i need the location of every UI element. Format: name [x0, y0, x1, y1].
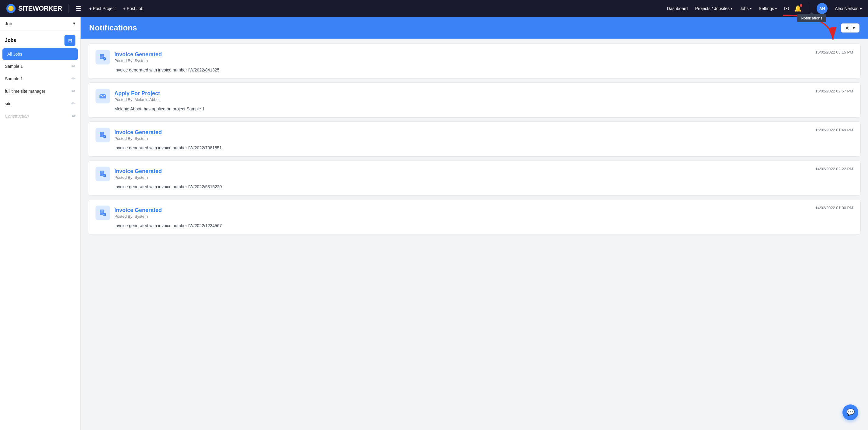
sidebar-item-label: site — [5, 101, 11, 106]
notif-card-left: ⏱ Invoice Generated Posted By: System — [95, 206, 162, 220]
invoice-icon: ⏱ — [99, 53, 107, 61]
notif-card-time: 15/02/2022 02:57 PM — [815, 89, 853, 93]
notif-card-header: ⏱ Invoice Generated Posted By: System 15… — [95, 50, 853, 64]
jobs-nav[interactable]: Jobs ▾ — [740, 6, 751, 11]
notif-card-body: Invoice generated with invoice number IW… — [114, 67, 853, 72]
sidebar-item-label: full time site manager — [5, 89, 45, 94]
notif-card-left: ⏱ Invoice Generated Posted By: System — [95, 50, 162, 64]
notification-card[interactable]: ⏱ Invoice Generated Posted By: System 14… — [88, 199, 861, 235]
header-icons: ✉ 🔔 — [784, 5, 802, 12]
filter-chevron: ▾ — [853, 26, 855, 30]
svg-text:⏱: ⏱ — [103, 175, 106, 178]
notif-icon-wrapper — [95, 89, 110, 103]
edit-icon[interactable]: ✏ — [71, 76, 75, 82]
notif-card-poster: Posted By: System — [114, 214, 162, 219]
invoice-icon: ⏱ — [99, 170, 107, 178]
sidebar-type-dropdown[interactable]: Job ▾ — [0, 17, 80, 30]
notif-card-poster: Posted By: System — [114, 58, 162, 63]
notif-card-body: Invoice generated with invoice number IW… — [114, 145, 853, 150]
svg-rect-25 — [100, 213, 102, 213]
notif-card-title: Invoice Generated — [114, 207, 162, 213]
user-chevron: ▾ — [860, 6, 862, 11]
notif-card-header: ⏱ Invoice Generated Posted By: System 14… — [95, 167, 853, 181]
sidebar-item-label: Construction — [5, 114, 29, 119]
notif-card-info: Apply For Project Posted By: Melanie Abb… — [114, 90, 161, 102]
notif-card-time: 14/02/2022 01:00 PM — [815, 206, 853, 210]
main-content: Notifications All ▾ ⏱ — [81, 17, 868, 430]
sidebar-item-all-jobs[interactable]: All Jobs — [2, 48, 78, 60]
notif-card-body: Melanie Abbott has applied on project Sa… — [114, 106, 853, 111]
chat-bubble-button[interactable]: 💬 — [842, 404, 858, 420]
user-avatar[interactable]: AN — [816, 3, 828, 14]
sidebar-section-header: Jobs ⊟ — [0, 30, 80, 48]
svg-rect-19 — [100, 174, 102, 174]
svg-rect-24 — [100, 212, 103, 212]
brand-name: SITEWORKER — [18, 5, 62, 12]
edit-icon[interactable]: ✏ — [71, 113, 75, 119]
notif-card-info: Invoice Generated Posted By: System — [114, 207, 162, 219]
brand-logo[interactable]: 🟡 SITEWORKER — [6, 4, 62, 13]
sidebar-item-site[interactable]: site ✏ — [0, 97, 80, 110]
svg-rect-11 — [100, 132, 103, 133]
svg-rect-4 — [100, 55, 103, 55]
edit-icon[interactable]: ✏ — [71, 101, 75, 106]
svg-rect-13 — [100, 135, 102, 135]
notif-card-poster: Posted By: System — [114, 136, 162, 141]
settings-nav[interactable]: Settings ▾ — [759, 6, 777, 11]
notif-card-title: Apply For Project — [114, 90, 161, 97]
page-title: Notifications — [89, 23, 137, 33]
post-job-button[interactable]: + Post Job — [123, 5, 144, 12]
notif-card-header: Apply For Project Posted By: Melanie Abb… — [95, 89, 853, 103]
top-navigation: 🟡 SITEWORKER ☰ + Post Project + Post Job… — [0, 0, 868, 17]
notification-card[interactable]: ⏱ Invoice Generated Posted By: System 15… — [88, 121, 861, 157]
chat-icon: 💬 — [846, 408, 855, 416]
user-name-label[interactable]: Alex Neilson ▾ — [835, 6, 862, 11]
notif-card-poster: Posted By: Melanie Abbott — [114, 97, 161, 102]
sidebar-section-title: Jobs — [5, 38, 16, 43]
notif-card-time: 15/02/2022 03:15 PM — [815, 50, 853, 55]
hamburger-menu[interactable]: ☰ — [74, 4, 83, 13]
notif-card-body: Invoice generated with invoice number IW… — [114, 223, 853, 228]
notif-card-time: 14/02/2022 02:22 PM — [815, 167, 853, 171]
svg-text:🟡: 🟡 — [8, 5, 14, 11]
edit-icon[interactable]: ✏ — [71, 63, 75, 69]
sidebar-item-label: Sample 1 — [5, 64, 23, 69]
notif-card-title: Invoice Generated — [114, 52, 162, 58]
nav-divider-1 — [68, 4, 68, 13]
svg-rect-18 — [100, 173, 103, 173]
sidebar-item-sample1-b[interactable]: Sample 1 ✏ — [0, 72, 80, 85]
mail-icon[interactable]: ✉ — [784, 5, 789, 12]
bell-icon[interactable]: 🔔 — [794, 5, 802, 12]
notif-card-header: ⏱ Invoice Generated Posted By: System 14… — [95, 206, 853, 220]
notif-card-header: ⏱ Invoice Generated Posted By: System 15… — [95, 128, 853, 142]
notif-icon-wrapper: ⏱ — [95, 50, 110, 64]
notif-card-left: ⏱ Invoice Generated Posted By: System — [95, 128, 162, 142]
post-project-button[interactable]: + Post Project — [89, 5, 117, 12]
sidebar-item-fulltime[interactable]: full time site manager ✏ — [0, 85, 80, 97]
notif-card-time: 15/02/2022 01:49 PM — [815, 128, 853, 132]
edit-icon[interactable]: ✏ — [71, 88, 75, 94]
svg-text:⏱: ⏱ — [103, 58, 106, 61]
notif-card-title: Invoice Generated — [114, 168, 162, 175]
dashboard-nav[interactable]: Dashboard — [667, 6, 688, 11]
notif-icon-wrapper: ⏱ — [95, 128, 110, 142]
sidebar-item-construction[interactable]: Construction ✏ — [0, 110, 80, 122]
notification-card[interactable]: ⏱ Invoice Generated Posted By: System 14… — [88, 160, 861, 195]
sidebar-item-sample1-a[interactable]: Sample 1 ✏ — [0, 60, 80, 72]
svg-text:⏱: ⏱ — [103, 135, 106, 139]
notification-card[interactable]: ⏱ Invoice Generated Posted By: System 15… — [88, 43, 861, 79]
notif-card-title: Invoice Generated — [114, 129, 162, 135]
dropdown-chevron: ▾ — [73, 21, 75, 26]
svg-rect-5 — [100, 56, 103, 57]
all-filter-dropdown[interactable]: All ▾ — [841, 23, 860, 33]
invoice-icon: ⏱ — [99, 131, 107, 139]
nav-divider-2 — [809, 4, 809, 13]
svg-rect-17 — [100, 172, 103, 172]
svg-rect-23 — [100, 210, 103, 211]
notification-card[interactable]: Apply For Project Posted By: Melanie Abb… — [88, 83, 861, 118]
notif-icon-wrapper: ⏱ — [95, 206, 110, 220]
projects-nav[interactable]: Projects / Jobsites ▾ — [695, 6, 732, 11]
nav-right: Dashboard Projects / Jobsites ▾ Jobs ▾ S… — [667, 3, 862, 14]
notif-card-info: Invoice Generated Posted By: System — [114, 129, 162, 141]
filter-button[interactable]: ⊟ — [64, 35, 75, 46]
